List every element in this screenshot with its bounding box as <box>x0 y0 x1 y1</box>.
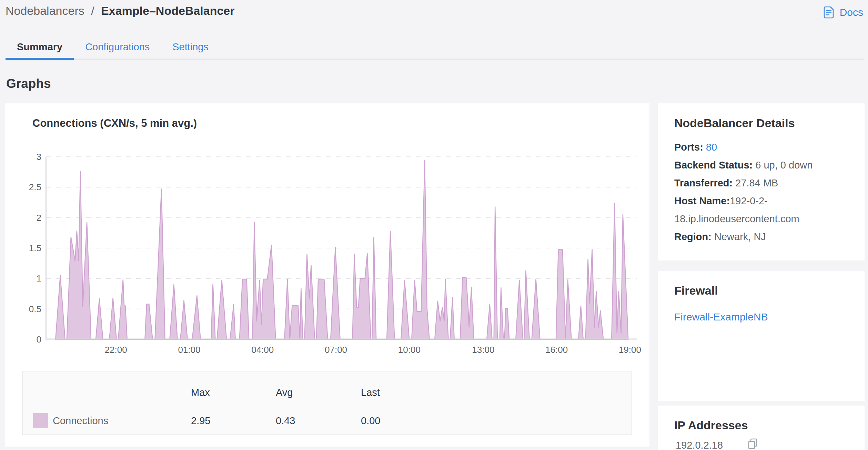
firewall-title: Firewall <box>674 284 848 297</box>
x-tick-label: 16:00 <box>545 345 568 355</box>
breadcrumb-separator: / <box>91 4 94 17</box>
docs-label: Docs <box>840 7 863 18</box>
legend-header-last: Last <box>361 387 380 398</box>
legend-header-max: Max <box>191 387 276 398</box>
legend-header-avg: Avg <box>276 387 361 398</box>
chart-y-axis: 00.511.522.53 <box>5 157 41 339</box>
breadcrumb: Nodebalancers / Example–NodeBalancer <box>6 4 234 18</box>
ip-address-value: 192.0.2.18 <box>676 440 723 450</box>
tab-settings[interactable]: Settings <box>161 35 220 59</box>
tab-summary[interactable]: Summary <box>6 35 74 59</box>
detail-ports: Ports: 80 <box>674 138 848 156</box>
legend-value-max: 2.95 <box>191 415 276 427</box>
page-title: Example–NodeBalancer <box>101 4 234 17</box>
firewall-card: Firewall Firewall-ExampleNB <box>658 271 865 401</box>
firewall-examplenb-link[interactable]: Firewall-ExampleNB <box>674 311 848 323</box>
details-title: NodeBalancer Details <box>674 116 848 130</box>
x-tick-label: 07:00 <box>325 345 347 355</box>
legend-row-connections: Connections 2.95 0.43 0.00 <box>33 407 632 434</box>
x-tick-label: 19:00 <box>619 345 641 355</box>
y-tick-label: 1 <box>5 273 41 284</box>
x-tick-label: 22:00 <box>105 345 127 355</box>
docs-link[interactable]: Docs <box>822 6 863 19</box>
y-tick-label: 3 <box>5 152 41 162</box>
tab-bar: Summary Configurations Settings <box>6 35 864 60</box>
x-tick-label: 04:00 <box>251 345 274 355</box>
y-tick-label: 0.5 <box>5 304 41 315</box>
tab-configurations[interactable]: Configurations <box>74 35 161 59</box>
chart-legend-table: Max Avg Last Connections 2.95 0.43 0.00 <box>22 371 632 435</box>
x-tick-label: 13:00 <box>472 345 494 355</box>
legend-header-row: Max Avg Last <box>33 371 632 407</box>
docs-icon <box>822 6 836 19</box>
ip-addresses-card: IP Addresses 192.0.2.18 <box>658 406 865 450</box>
breadcrumb-nodebalancers-link[interactable]: Nodebalancers <box>6 4 84 17</box>
nodebalancer-details-card: NodeBalancer Details Ports: 80 Backend S… <box>658 103 865 260</box>
y-tick-label: 2.5 <box>5 182 41 193</box>
legend-value-avg: 0.43 <box>276 415 361 427</box>
chart-x-axis: 22:0001:0004:0007:0010:0013:0016:0019:00 <box>46 345 637 358</box>
connections-chart-card: Connections (CXN/s, 5 min avg.) 00.511.5… <box>5 103 649 447</box>
y-tick-label: 1.5 <box>5 243 41 254</box>
legend-series-label: Connections <box>53 415 108 427</box>
detail-backend-status: Backend Status: 6 up, 0 down <box>674 156 848 174</box>
port-80-link[interactable]: 80 <box>706 142 717 153</box>
detail-region: Region: Newark, NJ <box>674 228 848 246</box>
connections-plot <box>46 157 637 339</box>
detail-host-name: Host Name:192-0-2-18.ip.linodeuserconten… <box>674 192 848 228</box>
legend-value-last: 0.00 <box>361 415 380 427</box>
copy-ip-button[interactable] <box>748 438 758 450</box>
detail-transferred: Transferred: 27.84 MB <box>674 174 848 192</box>
copy-icon <box>748 438 758 450</box>
ip-addresses-title: IP Addresses <box>674 419 848 432</box>
y-tick-label: 0 <box>5 334 41 345</box>
x-tick-label: 01:00 <box>178 345 200 355</box>
graphs-heading: Graphs <box>6 76 51 91</box>
y-tick-label: 2 <box>5 213 41 223</box>
chart-title: Connections (CXN/s, 5 min avg.) <box>32 117 197 130</box>
x-tick-label: 10:00 <box>398 345 421 355</box>
connections-chart <box>46 157 637 339</box>
connections-swatch <box>33 413 48 428</box>
